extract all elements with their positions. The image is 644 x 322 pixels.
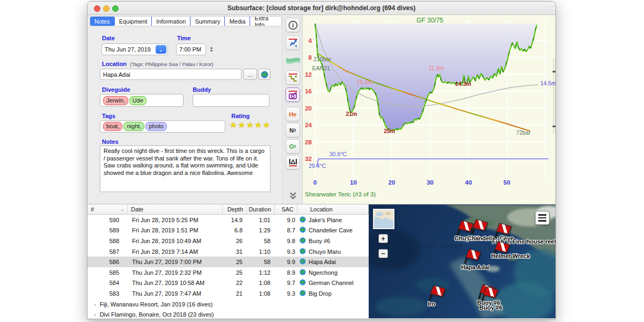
tags-input[interactable]: boat,night,photo xyxy=(100,120,225,133)
dive-sac: 8.9 xyxy=(275,269,297,276)
location-label: Location (Tags: Philippine Sea / Palau /… xyxy=(102,61,214,67)
time-field[interactable]: 7:00 PM xyxy=(176,43,206,55)
column-header-location[interactable]: Location xyxy=(297,204,369,214)
notes-textarea[interactable]: Really cool night dive - first time on t… xyxy=(100,145,270,192)
dive-depth: 25 xyxy=(223,269,247,276)
chevron-right-icon[interactable]: › xyxy=(94,311,96,318)
column-header-sac[interactable]: SAC xyxy=(275,204,297,214)
dive-number: 585 xyxy=(87,269,128,276)
date-label: Date xyxy=(102,35,115,41)
map-zoom-out-button[interactable]: − xyxy=(378,249,388,258)
collapse-icon[interactable] xyxy=(286,188,300,203)
table-row-dive-585[interactable]: 585Thu Jun 27, 2019 2:32 PM251:128.9Nger… xyxy=(87,267,369,278)
table-row-dive-586[interactable]: 586Thu Jun 27, 2019 7:00 PM25589.9Hapa A… xyxy=(87,257,369,267)
dive-duration: 1:08 xyxy=(247,290,275,297)
dive-date: Fri Jun 28, 2019 5:25 PM xyxy=(128,217,223,223)
table-row-dive-584[interactable]: 584Thu Jun 27, 2019 10:58 AM221:089.7Ger… xyxy=(87,278,369,289)
dive-date: Thu Jun 27, 2019 10:58 AM xyxy=(128,280,223,286)
globe-icon xyxy=(299,248,306,255)
calculated-ceiling-icon[interactable] xyxy=(286,53,300,68)
trip-group-row[interactable]: ›Fiji, Wananavu Resort, Jan 2019 (16 div… xyxy=(87,299,369,310)
dive-flag-icon[interactable] xyxy=(428,283,446,301)
dive-flag-icon[interactable] xyxy=(470,217,488,235)
show-pictures-icon[interactable] xyxy=(286,87,300,102)
diveguide-chip[interactable]: Ude xyxy=(129,96,147,105)
dive-number: 588 xyxy=(87,238,128,244)
chevron-right-icon[interactable]: › xyxy=(94,301,96,308)
dive-number: 587 xyxy=(87,248,128,255)
tag-chip[interactable]: boat, xyxy=(103,122,122,131)
show-events-icon[interactable] xyxy=(286,70,300,85)
profile-annotation: 21m xyxy=(346,111,357,117)
location-input[interactable]: Hapa Adai xyxy=(100,69,241,80)
tag-chip[interactable]: night, xyxy=(123,122,144,131)
info-icon[interactable]: i xyxy=(286,18,300,32)
column-header-duration[interactable]: Duration xyxy=(247,204,275,214)
tab-information[interactable]: Information xyxy=(152,17,191,26)
dive-duration: 1:08 xyxy=(247,280,275,286)
buddy-input[interactable] xyxy=(193,94,269,107)
diveguide-input[interactable]: Jerwin,Ude xyxy=(100,94,184,107)
column-header-num[interactable]: #⌄ xyxy=(87,204,128,214)
dc-ceiling-icon[interactable] xyxy=(286,35,300,50)
dive-list-header[interactable]: #⌄DateDepthDurationSACLocation xyxy=(87,204,369,215)
x-tick-label: 0 xyxy=(313,179,317,186)
dive-flag-icon[interactable] xyxy=(463,247,481,264)
map-menu-button[interactable] xyxy=(535,211,550,225)
dive-flag-icon[interactable] xyxy=(494,221,512,238)
rating-stars[interactable]: ★★★★★ xyxy=(230,120,271,130)
column-header-depth[interactable]: Depth xyxy=(223,204,247,214)
tab-equipment[interactable]: Equipment xyxy=(115,17,152,26)
diveguide-label: Diveguide xyxy=(102,86,130,93)
dive-sac: 9.3 xyxy=(275,290,297,297)
date-field[interactable]: Thu Jun 27, 2019 ⌄ xyxy=(101,43,168,55)
ruler-icon[interactable] xyxy=(286,155,300,170)
tag-chip[interactable]: photo xyxy=(145,122,167,131)
time-stepper[interactable]: ▲▼ xyxy=(208,43,215,55)
tab-extra-info[interactable]: Extra Info xyxy=(250,17,281,26)
location-more-button[interactable]: ... xyxy=(243,69,257,80)
y-tick-label: 4 xyxy=(309,38,312,44)
table-row-dive-587[interactable]: 587Fri Jun 28, 2019 7:14 AM311:109.3Chuy… xyxy=(87,246,369,257)
profile-annotation: 15.2m xyxy=(357,79,372,85)
globe-icon xyxy=(299,290,306,297)
globe-icon[interactable] xyxy=(258,69,270,80)
dive-location: Ngerchong xyxy=(309,269,338,276)
profile-annotation: 11.9m xyxy=(429,65,444,71)
tab-notes[interactable]: Notes xyxy=(90,17,115,26)
table-row-dive-589[interactable]: 589Fri Jun 28, 2019 1:51 PM6.81:298.7Cha… xyxy=(87,225,369,236)
tab-media[interactable]: Media xyxy=(225,17,250,26)
table-row-dive-590[interactable]: 590Fri Jun 28, 2019 5:25 PM14.91:019.0Ja… xyxy=(87,215,369,225)
dive-date: Thu Jun 27, 2019 7:47 AM xyxy=(128,290,223,297)
table-row-dive-583[interactable]: 583Thu Jun 27, 2019 7:47 AM211:089.3Big … xyxy=(87,288,369,299)
column-header-date[interactable]: Date xyxy=(128,204,223,214)
dive-sites-map[interactable]: + − © 2024 Google Chuyo MaruChandelier C… xyxy=(369,204,556,319)
diveguide-chip[interactable]: Jerwin, xyxy=(103,96,128,105)
dive-flag-icon[interactable] xyxy=(480,284,499,302)
dive-depth: 25 xyxy=(223,259,247,265)
tab-summary[interactable]: Summary xyxy=(191,17,225,26)
dive-number: 584 xyxy=(87,280,128,286)
x-tick-label: 30 xyxy=(427,179,434,186)
buddy-label: Buddy xyxy=(193,86,211,93)
dive-profile-chart[interactable]: 210barEAN3115.2m21m25m11.9m14.3m72bar14.… xyxy=(302,15,556,204)
sort-indicator-icon: ⌄ xyxy=(120,207,124,212)
dive-depth: 6.8 xyxy=(223,227,247,233)
trip-group-row[interactable]: ›Divi Flamingo, Bonaire, Oct 2018 (23 di… xyxy=(87,309,369,319)
chart-scrollbar[interactable] xyxy=(553,58,555,133)
chevron-down-icon[interactable]: ⌄ xyxy=(156,45,166,54)
n2-graph-toggle[interactable]: N2 xyxy=(286,123,300,137)
horizontal-scrollbar[interactable] xyxy=(87,318,556,320)
table-row-dive-588[interactable]: 588Fri Jun 28, 2019 10:49 AM26589.8Buoy … xyxy=(87,236,369,246)
map-overview-inset[interactable] xyxy=(373,209,394,229)
title-bar[interactable]: Subsurface: [cloud storage for] dirk@hoh… xyxy=(87,2,555,15)
he-graph-toggle[interactable]: He xyxy=(286,107,300,121)
map-zoom-in-button[interactable]: + xyxy=(378,234,388,243)
o2-graph-toggle[interactable]: O2 xyxy=(286,139,300,153)
trip-label: Divi Flamingo, Bonaire, Oct 2018 (23 div… xyxy=(100,311,214,318)
dive-sac: 8.7 xyxy=(275,227,297,233)
location-tags-hint: (Tags: Philippine Sea / Palau / Koror) xyxy=(130,61,214,67)
dive-info-pane: NotesEquipmentInformationSummaryMediaExt… xyxy=(87,15,282,204)
dive-sac: 9.9 xyxy=(275,259,297,265)
dive-date: Fri Jun 28, 2019 7:14 AM xyxy=(128,248,223,255)
